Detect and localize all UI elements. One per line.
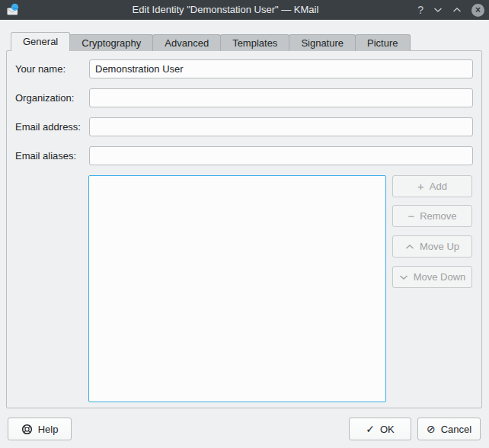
plus-icon: + [417, 181, 424, 192]
move-up-button[interactable]: Move Up [392, 235, 472, 258]
titlebar: Edit Identity "Demonstation User" — KMai… [0, 0, 489, 20]
window-title: Edit Identity "Demonstation User" — KMai… [46, 0, 405, 20]
cancel-button[interactable]: ⊘ Cancel [417, 418, 481, 440]
window-close-button[interactable]: × [471, 4, 484, 17]
move-up-button-label: Move Up [420, 241, 459, 252]
tab-picture[interactable]: Picture [355, 34, 410, 51]
email-aliases-list[interactable] [88, 175, 386, 402]
email-aliases-label: Email aliases: [15, 146, 76, 165]
add-button-label: Add [430, 181, 447, 192]
chevron-up-icon [452, 7, 462, 13]
window-maximize-button[interactable] [452, 7, 462, 13]
tab-general[interactable]: General [11, 32, 70, 51]
tab-cryptography[interactable]: Cryptography [69, 34, 153, 51]
life-buoy-icon [21, 424, 33, 435]
add-button[interactable]: + Add [392, 175, 472, 197]
remove-button-label: Remove [420, 210, 456, 222]
tab-bar: General Cryptography Advanced Templates … [11, 31, 410, 51]
cancel-button-label: Cancel [441, 424, 471, 435]
move-down-button[interactable]: Move Down [392, 266, 472, 288]
your-name-label: Your name: [15, 59, 66, 78]
tab-advanced[interactable]: Advanced [152, 34, 221, 51]
tab-signature[interactable]: Signature [289, 34, 356, 51]
email-address-label: Email address: [15, 117, 81, 136]
ok-button[interactable]: ✓ OK [349, 418, 411, 440]
tab-templates[interactable]: Templates [220, 34, 289, 51]
help-button-label: Help [38, 424, 59, 435]
minus-icon: − [408, 210, 414, 222]
window-minimize-button[interactable] [433, 7, 443, 13]
help-button[interactable]: Help [8, 418, 72, 440]
email-aliases-input[interactable] [89, 146, 473, 165]
remove-button[interactable]: − Remove [392, 205, 472, 227]
your-name-input[interactable] [89, 59, 473, 78]
organization-label: Organization: [15, 88, 74, 107]
chevron-up-icon [405, 244, 414, 250]
move-down-button-label: Move Down [414, 271, 466, 283]
cancel-icon: ⊘ [427, 424, 436, 434]
email-address-input[interactable] [89, 117, 473, 136]
organization-input[interactable] [89, 88, 473, 107]
window-help-button[interactable]: ? [417, 5, 423, 15]
check-icon: ✓ [366, 424, 375, 434]
ok-button-label: OK [380, 424, 395, 435]
kmail-app-icon [6, 3, 20, 17]
chevron-down-icon [433, 7, 443, 13]
chevron-down-icon [399, 274, 408, 280]
